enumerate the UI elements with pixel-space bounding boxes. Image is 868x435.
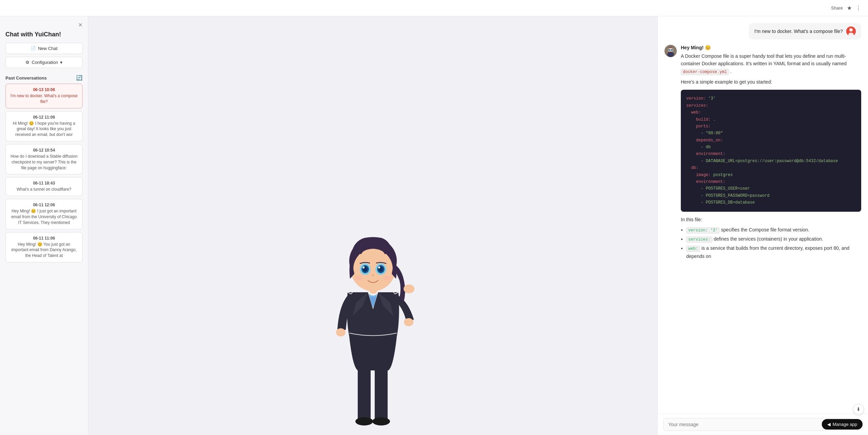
conversations-list: 06-13 10:06I'm new to docker. What's a c… (5, 84, 83, 265)
svg-point-19 (383, 276, 391, 280)
conversation-item-conv-4[interactable]: 06-11 18:43What's a tunnel on cloudflare… (5, 177, 83, 196)
bullet-item: web: is a service that builds from the c… (686, 244, 861, 260)
close-button[interactable]: ✕ (78, 22, 83, 28)
center-avatar-area (88, 16, 657, 435)
example-intro: Here's a simple example to get you start… (681, 78, 861, 86)
bullet-text: defines the services (containers) in you… (712, 236, 823, 242)
character-avatar (319, 204, 427, 435)
bullet-text: specifies the Compose file format versio… (720, 227, 809, 232)
refresh-icon[interactable]: 🔄 (76, 75, 83, 81)
sidebar-close-area: ✕ (5, 22, 83, 28)
bullet-list: version: '3' specifies the Compose file … (686, 226, 861, 260)
svg-point-17 (378, 266, 380, 268)
manage-app-label: Manage app (833, 422, 857, 427)
sidebar: ✕ Chat with YuiChan! 📄 New Chat ⚙ Config… (0, 16, 88, 435)
svg-point-5 (404, 318, 413, 326)
svg-point-16 (362, 266, 365, 268)
menu-icon[interactable]: ⋮ (856, 5, 861, 11)
assistant-avatar (665, 45, 677, 57)
top-bar: Share ★ ⋮ (0, 0, 868, 16)
svg-point-3 (372, 417, 390, 425)
past-conversations-label: Past Conversations (5, 75, 47, 81)
conversation-item-conv-2[interactable]: 06-12 11:06Hi Ming! 😊 I hope you're havi… (5, 111, 83, 141)
filename-code: docker-compose.yml (681, 69, 729, 75)
bullet-code: web: (686, 246, 700, 252)
svg-point-28 (667, 52, 674, 57)
svg-point-20 (404, 284, 414, 293)
code-block: version: '3'services: web: build: . port… (681, 90, 861, 211)
svg-point-26 (668, 49, 670, 51)
svg-point-22 (849, 28, 853, 32)
user-message-text: I'm new to docker. What's a compose file… (754, 29, 843, 34)
conv-preview: How do I download a Stable diffusion che… (10, 154, 78, 171)
new-chat-label: New Chat (38, 46, 57, 51)
bullet-item: version: '3' specifies the Compose file … (686, 226, 861, 234)
bullet-text: is a service that builds from the curren… (686, 245, 849, 259)
manage-app-icon: ◀ (827, 422, 831, 427)
scroll-to-bottom-button[interactable]: ⬇ (853, 404, 864, 415)
chat-messages: I'm new to docker. What's a compose file… (658, 16, 868, 414)
configuration-button[interactable]: ⚙ Configuration ▾ (5, 57, 83, 68)
svg-point-2 (355, 417, 373, 425)
conv-date: 06-13 10:06 (10, 87, 78, 92)
config-label: Configuration (32, 60, 58, 65)
conv-preview: Hi Ming! 😊 I hope you're having a great … (10, 121, 78, 138)
svg-rect-0 (358, 367, 371, 421)
sidebar-title: Chat with YuiChan! (5, 31, 83, 38)
user-bubble: I'm new to docker. What's a compose file… (749, 23, 861, 39)
conv-date: 06-12 11:06 (10, 115, 78, 120)
user-avatar (846, 27, 856, 36)
conversation-item-conv-1[interactable]: 06-13 10:06I'm new to docker. What's a c… (5, 84, 83, 108)
user-message-row: I'm new to docker. What's a compose file… (665, 23, 861, 39)
assistant-content: Hey Ming! 😊 A Docker Compose file is a s… (681, 45, 861, 263)
past-conversations-header: Past Conversations 🔄 (5, 75, 83, 81)
config-icon: ⚙ (25, 60, 30, 65)
svg-rect-1 (375, 367, 388, 421)
svg-point-27 (671, 49, 673, 51)
conv-date: 06-11 18:43 (10, 181, 78, 186)
new-chat-button[interactable]: 📄 New Chat (5, 43, 83, 54)
new-chat-icon: 📄 (31, 46, 36, 51)
share-button[interactable]: Share (831, 5, 843, 11)
conv-date: 06-12 10:54 (10, 148, 78, 153)
svg-point-18 (355, 276, 363, 280)
conversation-item-conv-3[interactable]: 06-12 10:54How do I download a Stable di… (5, 144, 83, 174)
conv-preview: Hey Ming! 😊 I just got an important emai… (10, 208, 78, 225)
assistant-name: Hey Ming! 😊 (681, 45, 861, 50)
bullet-code: services: (686, 237, 712, 243)
star-icon[interactable]: ★ (847, 5, 852, 11)
conv-date: 06-11 11:06 (10, 236, 78, 241)
bullet-code: version: '3' (686, 227, 720, 233)
avatar-container (319, 204, 427, 435)
conv-date: 06-11 12:06 (10, 203, 78, 207)
conv-preview: What's a tunnel on cloudflare? (10, 187, 78, 192)
chevron-down-icon: ▾ (60, 60, 63, 65)
svg-point-4 (336, 328, 346, 336)
chat-panel: I'm new to docker. What's a compose file… (657, 16, 868, 435)
conversation-item-conv-6[interactable]: 06-11 11:06Hey Ming! 😊 You just got an i… (5, 232, 83, 262)
assistant-message-row: Hey Ming! 😊 A Docker Compose file is a s… (665, 45, 861, 263)
conv-preview: Hey Ming! 😊 You just got an important em… (10, 242, 78, 259)
assistant-text: A Docker Compose file is a super handy t… (681, 52, 861, 260)
manage-app-button[interactable]: ◀ Manage app (822, 419, 863, 430)
main-layout: ✕ Chat with YuiChan! 📄 New Chat ⚙ Config… (0, 16, 868, 435)
in-this-file-label: In this file: (681, 216, 861, 223)
conversation-item-conv-5[interactable]: 06-11 12:06Hey Ming! 😊 I just got an imp… (5, 199, 83, 229)
svg-point-9 (353, 249, 393, 290)
conv-preview: I'm new to docker. What's a compose file… (10, 93, 78, 105)
bullet-item: services: defines the services (containe… (686, 235, 861, 243)
